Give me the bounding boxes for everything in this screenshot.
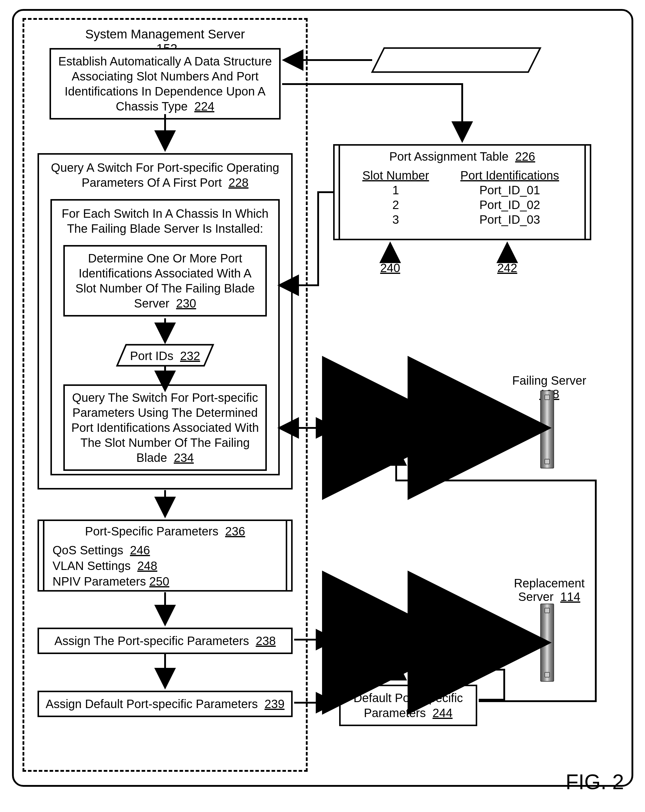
- box-228: Query A Switch For Port-specific Operati…: [38, 153, 293, 490]
- table-row: Port_ID_01: [443, 183, 576, 197]
- failing-server-graphic: [540, 391, 554, 469]
- box-239-ref: 239: [264, 697, 285, 710]
- switch-218-graphic: [339, 627, 450, 658]
- switch-218-label: Switch 218: [356, 611, 434, 624]
- params-title-ref: 236: [225, 525, 245, 538]
- box-244: Default Port-Specific Parameters 244: [339, 685, 477, 726]
- box-234: Query The Switch For Port-specific Param…: [63, 385, 267, 471]
- box-228-inner-text: For Each Switch In A Chassis In Which Th…: [57, 206, 273, 236]
- switch-218-text: Switch: [364, 611, 399, 624]
- figure-label: FIG. 2: [566, 770, 624, 794]
- port-table-title-ref: 226: [515, 150, 535, 163]
- box-224: Establish Automatically A Data Structure…: [50, 48, 281, 119]
- table-row: 3: [348, 213, 443, 226]
- replacement-server-label: Replacement Server 114: [498, 577, 600, 604]
- params-qos: QoS Settings: [52, 543, 124, 557]
- params-vlan: VLAN Settings: [52, 559, 131, 572]
- chassis-type-ref: 226: [485, 54, 505, 67]
- chassis-type-box: Chassis Type 226: [390, 53, 522, 69]
- port-table-title: Port Assignment Table: [389, 150, 508, 163]
- port-assignment-table: Port Assignment Table 226 Slot Number Po…: [333, 144, 591, 240]
- box-228-loop: For Each Switch In A Chassis In Which Th…: [50, 199, 280, 475]
- switch-218-ref: 218: [406, 611, 426, 624]
- box-238-ref: 238: [256, 634, 276, 647]
- box-230-text: Determine One Or More Port Identificatio…: [75, 252, 255, 310]
- switch-219-ref: 219: [406, 396, 426, 410]
- switch-219-text: Switch: [364, 396, 399, 410]
- port-ids-text: Port IDs: [130, 349, 173, 362]
- box-230: Determine One Or More Port Identificatio…: [63, 245, 267, 316]
- box-244-ref: 244: [433, 706, 453, 719]
- box-228-ref: 228: [229, 176, 249, 189]
- table-row: Port_ID_03: [443, 213, 576, 226]
- port-table-col-slot: Slot Number: [348, 169, 443, 182]
- table-row: 1: [348, 183, 443, 197]
- replacement-server-line1: Replacement: [514, 577, 585, 590]
- params-npiv-ref: 250: [149, 575, 169, 588]
- box-230-ref: 230: [176, 297, 196, 310]
- switch-219-label: Switch 219: [356, 396, 434, 410]
- port-ids-box: Port IDs 232: [126, 348, 204, 363]
- port-table-col-port: Port Identifications: [443, 169, 576, 182]
- replacement-server-graphic: [540, 604, 554, 682]
- box-224-text: Establish Automatically A Data Structure…: [58, 55, 271, 113]
- replacement-server-line2: Server: [518, 590, 554, 603]
- switch-219-graphic: [339, 413, 450, 443]
- params-qos-ref: 246: [130, 543, 150, 557]
- params-vlan-ref: 248: [137, 559, 157, 572]
- box-224-ref: 224: [194, 100, 214, 113]
- ref-242: 242: [492, 261, 522, 275]
- replacement-server-ref: 114: [560, 590, 581, 603]
- params-title: Port-Specific Parameters: [85, 525, 218, 538]
- table-row: 2: [348, 198, 443, 212]
- failing-server-text: Failing Server: [512, 374, 587, 387]
- ref-240: 240: [375, 261, 405, 275]
- box-238: Assign The Port-specific Parameters 238: [38, 627, 293, 654]
- sms-title-text: System Management Server: [85, 27, 245, 41]
- chassis-type-text: Chassis Type: [407, 54, 479, 67]
- box-239: Assign Default Port-specific Parameters …: [38, 691, 293, 717]
- table-row: Port_ID_02: [443, 198, 576, 212]
- box-238-text: Assign The Port-specific Parameters: [54, 634, 249, 647]
- box-234-ref: 234: [174, 451, 194, 464]
- box-239-text: Assign Default Port-specific Parameters: [46, 697, 258, 710]
- port-specific-parameters-box: Port-Specific Parameters 236 QoS Setting…: [38, 519, 293, 592]
- params-npiv: NPIV Parameters: [52, 575, 146, 588]
- box-234-text: Query The Switch For Port-specific Param…: [72, 391, 259, 464]
- port-ids-ref: 232: [180, 349, 200, 362]
